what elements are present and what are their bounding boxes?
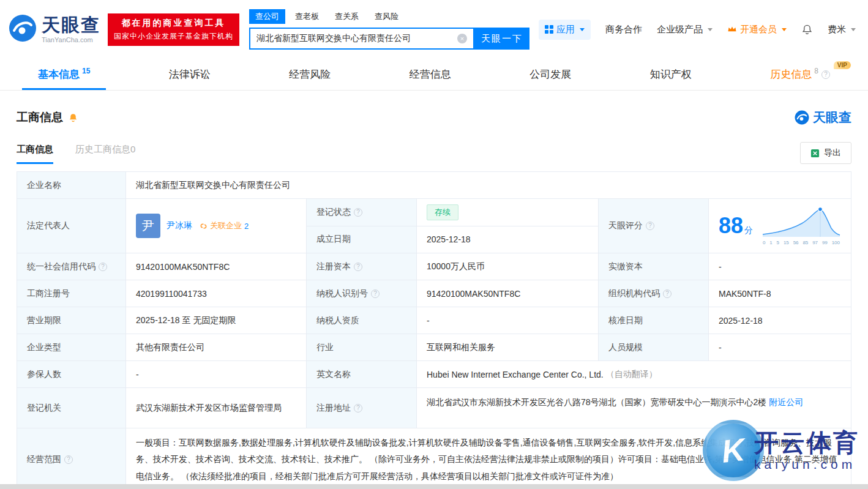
help-icon[interactable]: ?: [646, 222, 654, 230]
nearby-companies-link[interactable]: 附近公司: [769, 397, 803, 407]
open-vip-menu[interactable]: 开通会员: [727, 24, 787, 35]
label-company-type: 企业类型: [17, 334, 126, 360]
search-tab-company[interactable]: 查公司: [249, 9, 285, 24]
help-icon[interactable]: ?: [354, 404, 362, 412]
label-tianyan-score: 天眼评分 ?: [599, 199, 709, 253]
help-icon[interactable]: ?: [371, 289, 380, 298]
value-company-type: 其他有限责任公司: [126, 334, 307, 360]
help-icon[interactable]: ?: [99, 263, 107, 271]
score-axis: 0151556859799100: [761, 240, 841, 245]
chevron-down-icon: [851, 28, 856, 31]
subscribe-bell-icon[interactable]: [68, 113, 78, 123]
value-registration-number: 420199110041733: [126, 280, 307, 307]
search-tab-risk[interactable]: 查风险: [369, 9, 405, 24]
value-registered-capital: 10000万人民币: [417, 253, 599, 280]
tianyancha-logo[interactable]: 天眼查 TianYanCha.com: [9, 14, 100, 45]
value-tianyan-score[interactable]: 88分 0151556859799100: [709, 199, 851, 253]
tab-operation-risk[interactable]: 经营风险: [273, 59, 346, 90]
tab-history-info[interactable]: VIP 历史信息 8 ?: [754, 59, 846, 90]
logo-domain: TianYanCha.com: [42, 36, 100, 43]
apps-label: 应用: [556, 24, 575, 35]
label-established-date: 成立日期: [307, 226, 417, 253]
username: 费米: [828, 24, 846, 35]
business-info-table: 企业名称 湖北省新型互联网交换中心有限责任公司 法定代表人 尹 尹冰琳: [17, 171, 851, 489]
value-paid-capital: -: [709, 253, 851, 280]
help-icon[interactable]: ?: [64, 455, 73, 464]
label-taxpayer-id: 纳税人识别号 ?: [307, 280, 417, 307]
grid-icon: [545, 25, 553, 34]
bell-icon: [801, 24, 813, 35]
value-org-code: MAK50NTF-8: [709, 280, 851, 307]
tab-label: 基本信息: [38, 67, 80, 81]
label-staff-size: 人员规模: [599, 334, 709, 360]
subtab-business-info[interactable]: 工商信息: [17, 144, 53, 164]
label-registered-address: 注册地址 ?: [307, 388, 417, 428]
search-box: × 天眼一下: [249, 28, 529, 50]
tab-basic-info[interactable]: 基本信息 15: [22, 59, 106, 90]
legal-rep-avatar[interactable]: 尹: [136, 214, 160, 238]
export-button[interactable]: 导出: [800, 142, 851, 164]
notifications-bell[interactable]: [801, 24, 813, 35]
tab-operation-info[interactable]: 经营信息: [394, 59, 467, 90]
value-company-name: 湖北省新型互联网交换中心有限责任公司: [126, 172, 851, 198]
status-badge: 存续: [427, 204, 458, 220]
value-business-term: 2025-12-18 至 无固定期限: [126, 307, 307, 334]
tab-company-development[interactable]: 公司发展: [514, 59, 587, 90]
related-companies-link[interactable]: 关联企业 2: [200, 220, 249, 231]
crown-icon: [727, 24, 737, 35]
label-approval-date: 核准日期: [599, 307, 709, 334]
label-business-scope: 经营范围 ?: [17, 428, 126, 489]
table-row: 经营范围 ? 一般项目：互联网数据服务,数据处理服务,计算机软硬件及辅助设备批发…: [17, 428, 851, 489]
section-title: 工商信息: [17, 110, 63, 125]
enterprise-product-menu[interactable]: 企业级产品: [657, 24, 713, 35]
help-icon[interactable]: ?: [663, 289, 672, 298]
user-menu[interactable]: 费米: [828, 24, 856, 35]
search-area: 查公司 查老板 查关系 查风险 × 天眼一下: [249, 9, 529, 50]
search-input[interactable]: [256, 34, 457, 43]
search-tab-boss[interactable]: 查老板: [289, 9, 325, 24]
table-row: 工商注册号 420199110041733 纳税人识别号 ? 91420100M…: [17, 280, 851, 307]
search-button[interactable]: 天眼一下: [474, 28, 529, 50]
help-icon[interactable]: ?: [354, 208, 362, 217]
related-count: 2: [244, 222, 249, 231]
business-cooperation-link[interactable]: 商务合作: [605, 24, 642, 35]
value-insured-count: -: [126, 361, 307, 387]
score-unit: 分: [744, 225, 753, 235]
tab-label: 历史信息: [770, 67, 812, 81]
search-clear-icon[interactable]: ×: [457, 34, 467, 43]
label-legal-representative: 法定代表人: [17, 199, 126, 253]
brand-watermark-logo: 天眼查: [795, 109, 851, 126]
subtab-history-business-info[interactable]: 历史工商信息0: [75, 144, 135, 164]
help-icon[interactable]: ?: [821, 70, 830, 79]
table-row: 营业期限 2025-12-18 至 无固定期限 纳税人资质 - 核准日期 202…: [17, 307, 851, 334]
label-registered-capital: 注册资本 ?: [307, 253, 417, 280]
link-icon: [200, 222, 208, 230]
export-label: 导出: [824, 147, 841, 159]
chevron-down-icon: [580, 28, 585, 31]
section-header: 工商信息 天眼查: [17, 109, 851, 126]
tab-count: 8: [814, 67, 818, 75]
tab-legal-litigation[interactable]: 法律诉讼: [153, 59, 226, 90]
help-icon[interactable]: ?: [354, 263, 362, 271]
value-industry: 互联网和相关服务: [417, 334, 599, 360]
value-legal-representative: 尹 尹冰琳 关联企业 2: [126, 199, 307, 253]
page-bottom-strip: [0, 484, 868, 489]
tab-intellectual-property[interactable]: 知识产权: [634, 59, 708, 90]
value-taxpayer-id: 91420100MAK50NTF8C: [417, 280, 599, 307]
tianyancha-mini-icon: [795, 110, 809, 125]
excel-icon: [810, 149, 820, 158]
value-registered-address: 湖北省武汉市东湖新技术开发区光谷八路78号湖北（国家）宽带研发中心一期演示中心2…: [417, 388, 851, 428]
label-registration-status: 登记状态 ?: [307, 199, 417, 226]
legal-rep-name-link[interactable]: 尹冰琳: [166, 220, 192, 231]
tab-label: 知识产权: [650, 67, 692, 81]
search-tab-relation[interactable]: 查关系: [329, 9, 365, 24]
label-english-name: 英文名称: [307, 361, 417, 387]
table-row: 参保人数 - 英文名称 Hubei New Internet Exchange …: [17, 361, 851, 388]
label-registration-authority: 登记机关: [17, 388, 126, 428]
subtab-bar: 工商信息 历史工商信息0 导出: [17, 142, 851, 164]
cooperation-label: 商务合作: [605, 24, 642, 35]
label-business-term: 营业期限: [17, 307, 126, 334]
label-registration-number: 工商注册号: [17, 280, 126, 307]
label-company-name: 企业名称: [17, 172, 126, 198]
apps-menu[interactable]: 应用: [539, 20, 591, 40]
